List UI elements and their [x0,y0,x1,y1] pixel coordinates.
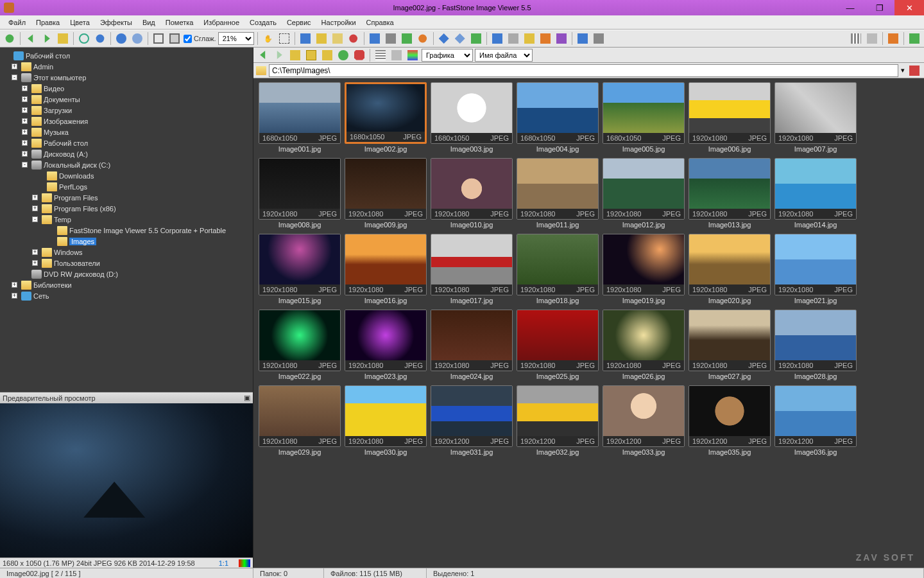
rotate-left-button[interactable] [437,31,451,46]
tree-item[interactable]: -Этот компьютер [0,72,253,83]
thumbnail[interactable]: 1920x1080JPEGImage020.jpg [689,234,771,304]
histogram-icon[interactable] [239,559,250,567]
parent-folder-button[interactable] [288,48,302,62]
expand-icon[interactable]: + [32,249,38,255]
thumbnail[interactable]: 1920x1200JPEGImage031.jpg [431,385,513,456]
path-delete-button[interactable] [907,64,921,78]
expand-icon[interactable]: - [22,162,28,168]
menu-Сервис[interactable]: Сервис [282,17,316,28]
refresh-button[interactable] [77,31,91,46]
view-thumbs-button[interactable] [849,31,863,46]
thumbsize-button[interactable] [373,48,388,62]
zoom-in-button[interactable] [114,31,128,46]
scanner-button[interactable] [592,31,606,46]
preview-ratio[interactable]: 1:1 [219,559,228,567]
menu-Правка[interactable]: Правка [31,17,64,28]
thumbnail[interactable]: 1920x1080JPEGImage024.jpg [431,310,513,380]
folder-tree[interactable]: Рабочий стол+Admin-Этот компьютер+Видео+… [0,48,253,392]
thumbnail[interactable]: 1920x1080JPEGImage014.jpg [774,158,857,229]
nav-up-button[interactable] [56,31,70,46]
delete-button[interactable] [346,31,361,46]
copy-button[interactable] [314,31,329,46]
zoom-out-button[interactable] [130,31,144,46]
tree-item[interactable]: +Изображения [0,116,253,127]
preview-image[interactable] [0,403,253,557]
expand-icon[interactable]: + [32,195,38,200]
expand-icon[interactable]: - [32,216,38,222]
tree-item[interactable]: Рабочий стол [0,50,253,61]
thumbnail[interactable]: 1920x1080JPEGImage007.jpg [774,82,857,153]
thumbnail[interactable]: 1920x1080JPEGImage019.jpg [603,234,685,304]
thumbnail[interactable]: 1920x1080JPEGImage015.jpg [259,234,341,304]
nav-back-button[interactable] [24,31,38,46]
email-button[interactable] [368,31,382,46]
thumbnail[interactable]: 1920x1080JPEGImage027.jpg [689,310,771,380]
thumbnail[interactable]: 1920x1200JPEGImage033.jpg [603,385,685,456]
move-button[interactable] [330,31,345,46]
view-list-button[interactable] [865,31,879,46]
thumbnail[interactable]: 1920x1080JPEGImage008.jpg [259,158,341,229]
reload-button[interactable] [336,48,350,62]
smooth-checkbox[interactable]: Сглаж. [184,35,216,43]
history-fwd-button[interactable] [272,48,286,62]
tree-item[interactable]: +Музыка [0,127,253,137]
thumbnail[interactable]: 1920x1080JPEGImage013.jpg [689,158,771,229]
expand-icon[interactable]: + [22,96,28,102]
path-dropdown-icon[interactable]: ▾ [901,66,905,74]
tree-item[interactable]: Downloads [0,170,253,181]
tree-item[interactable]: +Документы [0,94,253,105]
filter-combo[interactable]: Графика [422,49,473,62]
thumbnail[interactable]: 1920x1080JPEGImage021.jpg [774,234,857,304]
screen-capture-button[interactable] [576,31,590,46]
thumbnail-pane[interactable]: 1680x1050JPEGImage001.jpg1680x1050JPEGIm… [253,78,924,568]
maximize-button[interactable]: ❐ [865,0,894,15]
thumbnail[interactable]: 1680x1050JPEGImage003.jpg [431,82,513,153]
tree-item[interactable]: -Локальный диск (C:) [0,159,253,170]
menu-Файл[interactable]: Файл [4,17,30,28]
expand-icon[interactable]: + [12,293,17,299]
expand-icon[interactable]: + [12,64,17,69]
expand-icon[interactable]: + [22,107,28,113]
tree-item[interactable]: +Загрузки [0,105,253,116]
tree-item[interactable]: DVD RW дисковод (D:) [0,268,253,279]
tree-item[interactable]: +Сеть [0,290,253,301]
tree-item[interactable]: +Program Files [0,192,253,203]
tree-item[interactable]: +Пользователи [0,258,253,268]
sort-combo[interactable]: Имя файла [475,49,533,62]
rotate-right-button[interactable] [453,31,467,46]
slideshow-button[interactable] [416,31,430,46]
tree-item[interactable]: +Видео [0,83,253,94]
thumbnail[interactable]: 1680x1050JPEGImage004.jpg [517,82,599,153]
thumbnail[interactable]: 1920x1080JPEGImage011.jpg [517,158,599,229]
thumbnail[interactable]: 1920x1080JPEGImage017.jpg [431,234,513,304]
wallpaper-button[interactable] [400,31,414,46]
thumbnail[interactable]: 1920x1080JPEGImage006.jpg [689,82,771,153]
tree-item[interactable]: -Temp [0,214,253,225]
tree-item[interactable]: FastStone Image Viewer 5.5 Corporate + P… [0,225,253,236]
thumbnail[interactable]: 1920x1200JPEGImage035.jpg [689,385,771,456]
thumbnail[interactable]: 1920x1080JPEGImage028.jpg [774,310,857,380]
favorites-button[interactable] [320,48,334,62]
thumbnail[interactable]: 1680x1050JPEGImage002.jpg [345,82,427,153]
thumbnail[interactable]: 1920x1200JPEGImage036.jpg [774,385,857,456]
tree-item[interactable]: +Admin [0,61,253,72]
thumbnail[interactable]: 1680x1050JPEGImage005.jpg [603,82,685,153]
thumbnail[interactable]: 1920x1080JPEGImage009.jpg [345,158,427,229]
print-button[interactable] [384,31,398,46]
fit-height-button[interactable] [167,31,182,46]
canvas-button[interactable] [506,31,520,46]
fit-width-button[interactable] [151,31,166,46]
menu-Вид[interactable]: Вид [138,17,160,28]
menu-Настройки[interactable]: Настройки [317,17,361,28]
adjust-button[interactable] [554,31,569,46]
close-button[interactable]: ✕ [894,0,924,15]
zoom-fit-button[interactable] [3,31,17,46]
thumbnail[interactable]: 1920x1080JPEGImage022.jpg [259,310,341,380]
thumbnail[interactable]: 1920x1080JPEGImage030.jpg [345,385,427,456]
view-mode-button[interactable] [389,48,404,62]
tree-item[interactable]: +Дисковод (A:) [0,148,253,159]
sort-button[interactable] [406,48,420,62]
hand-tool-button[interactable]: ✋ [261,31,275,46]
expand-icon[interactable]: + [22,85,28,91]
zoom-actual-button[interactable] [93,31,107,46]
